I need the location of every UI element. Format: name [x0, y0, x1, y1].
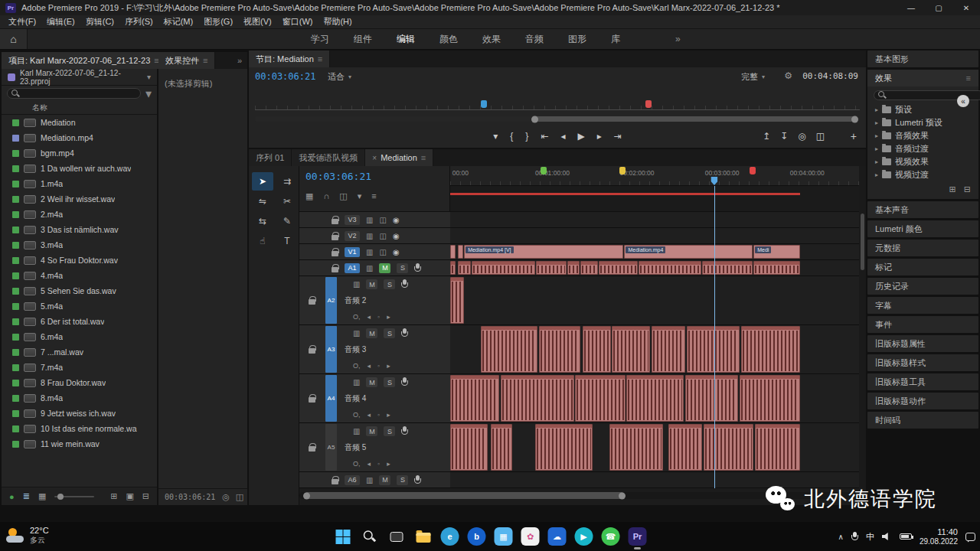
project-item[interactable]: 3 Das ist nämlich.wav [2, 222, 157, 237]
playhead-caret[interactable] [710, 177, 717, 185]
track-lock-icon[interactable] [332, 264, 338, 272]
track-lock-icon[interactable] [332, 476, 338, 484]
label-color-chip[interactable] [12, 196, 19, 203]
tree-caret-icon[interactable]: ▸ [875, 132, 878, 139]
mute-button[interactable]: M [366, 426, 377, 436]
timeline-clip[interactable] [450, 277, 464, 324]
solo-button[interactable]: S [384, 328, 395, 338]
search-options-icon[interactable]: ▾ [145, 86, 152, 101]
premiere-pro-button[interactable]: Pr [628, 527, 648, 546]
collapsed-panel-tab[interactable]: 基本声音 [867, 201, 978, 218]
keyframe-prev-button[interactable]: ◂ [368, 411, 371, 419]
project-item[interactable]: 7.m4a [2, 360, 157, 375]
project-item[interactable]: 6.m4a [2, 329, 157, 344]
go-to-in-button[interactable]: ⇤ [541, 131, 548, 142]
razor-tool[interactable]: ✂ [276, 192, 298, 210]
menu-item[interactable]: 图形(G) [198, 16, 238, 28]
fader-control[interactable]: O, [353, 362, 361, 370]
timeline-clip[interactable] [450, 245, 456, 259]
menu-item[interactable]: 剪辑(C) [80, 16, 119, 28]
weather-widget[interactable]: 22°C 多云 [6, 526, 49, 545]
label-color-chip[interactable] [12, 211, 19, 218]
keyframe-prev-button[interactable]: ◂ [368, 362, 371, 370]
timeline-clip[interactable] [481, 326, 538, 373]
toggle-track-output-icon[interactable]: ◉ [393, 232, 400, 240]
label-color-chip[interactable] [12, 242, 19, 249]
search-button[interactable] [360, 527, 380, 546]
new-bin-button[interactable]: ⊞ [110, 491, 117, 501]
project-item[interactable]: 5 Sehen Sie das.wav [2, 283, 157, 298]
battery-icon[interactable] [900, 533, 912, 540]
menu-item[interactable]: 窗口(W) [277, 16, 318, 28]
selection-tool[interactable]: ➤ [252, 172, 273, 191]
voiceover-record-icon[interactable] [401, 426, 408, 436]
horizontal-scrollbar-thumb[interactable] [305, 492, 624, 499]
file-explorer-button[interactable] [413, 527, 433, 546]
track-output-icon[interactable]: ◫ [379, 216, 386, 224]
collapsed-panel-tab[interactable]: 旧版标题样式 [867, 354, 978, 371]
source-patch-indicator[interactable]: A4 [325, 375, 337, 422]
timeline-clip[interactable] [668, 424, 702, 471]
tree-caret-icon[interactable]: ▸ [875, 119, 878, 126]
menu-item[interactable]: 序列(S) [119, 16, 158, 28]
timeline-tab[interactable]: 我爱德语队视频 [292, 149, 365, 166]
panel-menu-icon[interactable]: ≡ [318, 54, 322, 64]
tree-caret-icon[interactable]: ▸ [875, 145, 878, 152]
sync-lock-icon[interactable]: ▥ [353, 280, 360, 289]
voiceover-record-icon[interactable] [414, 263, 421, 273]
sequence-marker[interactable] [481, 100, 487, 108]
collapsed-panel-tab[interactable]: 标记 [867, 259, 978, 276]
project-item[interactable]: 2.m4a [2, 207, 157, 222]
collapsed-panel-tab[interactable]: 旧版标题动作 [867, 393, 978, 409]
project-item[interactable]: 6 Der ist total.wav [2, 314, 157, 329]
collapsed-panel-tab[interactable]: 字幕 [867, 297, 978, 314]
project-search-box[interactable] [7, 88, 141, 99]
label-color-chip[interactable] [12, 349, 19, 356]
project-search-input[interactable] [23, 90, 136, 97]
effects-tree-item[interactable]: ▸视频效果 [867, 155, 978, 168]
timeline-clip[interactable]: Mediation.mp4 [624, 245, 753, 259]
close-button[interactable]: ✕ [952, 0, 980, 15]
project-item[interactable]: 11 wie mein.wav [2, 436, 157, 452]
mute-button[interactable]: M [379, 263, 390, 273]
label-color-chip[interactable] [12, 395, 19, 402]
track-lane[interactable] [450, 260, 859, 276]
sync-lock-icon[interactable]: ▥ [366, 264, 373, 272]
tree-caret-icon[interactable]: ▸ [875, 171, 878, 178]
mic-status-icon[interactable] [851, 532, 858, 542]
keyframe-next-button[interactable]: ▸ [387, 313, 390, 321]
timeline-clip[interactable] [450, 261, 456, 275]
timeline-clip[interactable] [599, 261, 637, 275]
project-item[interactable]: 9 Jetzt weiss ich.wav [2, 406, 157, 421]
timeline-clip[interactable] [702, 261, 753, 275]
collapsed-panel-tab[interactable]: 旧版标题属性 [867, 335, 978, 352]
collapsed-panel-tab[interactable]: 历史记录 [867, 278, 978, 295]
nest-toggle-icon[interactable]: ▦ [305, 191, 313, 201]
source-patch-indicator[interactable]: A5 [325, 424, 337, 471]
solo-button[interactable]: S [384, 426, 395, 436]
list-view-button[interactable]: ≣ [23, 491, 30, 501]
step-forward-button[interactable]: ▸ [597, 131, 602, 142]
step-back-button[interactable]: ◂ [560, 131, 565, 142]
track-lock-icon[interactable] [332, 248, 338, 256]
ripple-edit-tool[interactable]: ⇋ [252, 192, 273, 210]
project-item[interactable]: 5.m4a [2, 298, 157, 314]
timeline-clip[interactable] [472, 261, 535, 275]
label-color-chip[interactable] [12, 150, 19, 157]
whatsapp-button[interactable]: ☎ [601, 527, 621, 546]
keyframe-prev-button[interactable]: ◂ [368, 460, 371, 468]
volume-icon[interactable] [882, 532, 892, 541]
mute-button[interactable]: M [379, 475, 390, 485]
sequence-marker[interactable] [645, 100, 652, 108]
playback-quality-select[interactable]: 完整 ▾ [741, 71, 765, 83]
timeline-clip[interactable]: Medi [753, 245, 799, 259]
project-item[interactable]: Mediation [2, 115, 157, 130]
collapsed-panel-tab[interactable]: 时间码 [867, 412, 978, 429]
sequence-marker[interactable] [541, 167, 547, 174]
collapse-panel-button[interactable]: « [957, 95, 969, 107]
label-color-chip[interactable] [12, 227, 19, 233]
navigate-up-icon[interactable]: ▾ [147, 73, 151, 81]
keyframe-next-button[interactable]: ▸ [387, 411, 390, 419]
minimize-button[interactable]: — [897, 0, 925, 15]
panel-menu-icon[interactable]: ≡ [203, 56, 207, 65]
